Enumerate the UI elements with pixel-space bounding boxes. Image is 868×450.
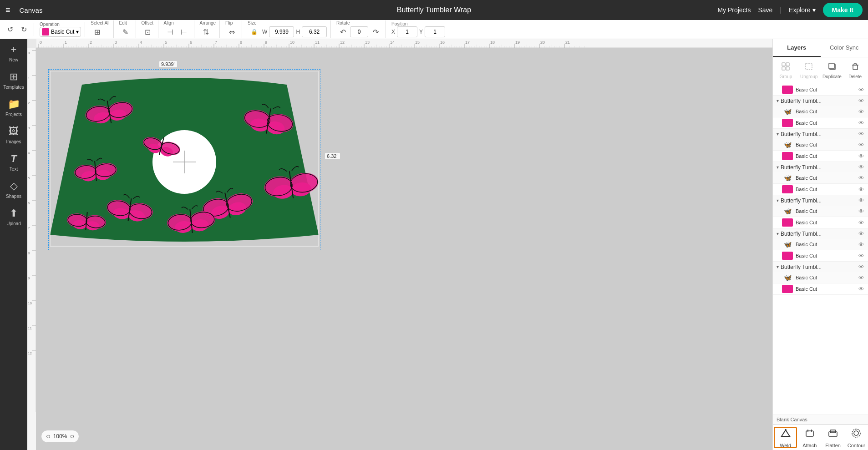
layer-group-header[interactable]: ▾ Butterfly Tumbl... 👁 bbox=[773, 228, 868, 239]
layer-group-header[interactable]: ▾ Butterfly Tumbl... 👁 bbox=[773, 96, 868, 106]
offset-button[interactable]: ⊡ bbox=[142, 25, 154, 38]
tumbler-wrap-svg[interactable] bbox=[50, 71, 319, 248]
layer-thumb-butterfly: 🦋 bbox=[782, 141, 793, 149]
layer-item[interactable]: Basic Cut 👁 bbox=[773, 151, 868, 162]
flip-button[interactable]: ⇔ bbox=[225, 25, 238, 38]
collapse-icon: ▾ bbox=[777, 165, 779, 170]
group-visibility-icon[interactable]: 👁 bbox=[858, 197, 864, 204]
sidebar-item-templates[interactable]: ⊞ Templates bbox=[0, 66, 27, 94]
duplicate-button[interactable]: Duplicate bbox=[821, 60, 843, 81]
operation-select[interactable]: Basic Cut ▾ bbox=[40, 27, 81, 37]
layer-item[interactable]: Basic Cut 👁 bbox=[773, 217, 868, 228]
layer-item[interactable]: 🦋 Basic Cut 👁 bbox=[773, 106, 868, 117]
group-visibility-icon[interactable]: 👁 bbox=[858, 97, 864, 104]
layer-visibility-icon[interactable]: 👁 bbox=[858, 274, 864, 281]
layer-item[interactable]: 🦋 Basic Cut 👁 bbox=[773, 272, 868, 283]
lock-aspect-button[interactable]: 🔒 bbox=[248, 25, 260, 38]
sidebar-item-images[interactable]: 🖼 Images bbox=[0, 121, 27, 148]
rotate-input[interactable] bbox=[350, 26, 368, 37]
arrange-label: Arrange bbox=[200, 20, 216, 25]
width-input[interactable] bbox=[269, 26, 294, 37]
layer-item[interactable]: Basic Cut 👁 bbox=[773, 117, 868, 129]
sidebar-item-shapes[interactable]: ◇ Shapes bbox=[0, 176, 27, 203]
layer-visibility-icon[interactable]: 👁 bbox=[858, 253, 864, 259]
height-input[interactable] bbox=[302, 26, 327, 37]
svg-text:4: 4 bbox=[140, 40, 142, 45]
zoom-increase-button[interactable]: ○ bbox=[70, 432, 74, 440]
undo-button[interactable]: ↺ bbox=[4, 23, 16, 36]
group-visibility-icon[interactable]: 👁 bbox=[858, 230, 864, 237]
group-visibility-icon[interactable]: 👁 bbox=[858, 131, 864, 137]
layer-visibility-icon[interactable]: 👁 bbox=[858, 286, 864, 293]
tab-color-sync[interactable]: Color Sync bbox=[821, 39, 868, 57]
rotate-left-button[interactable]: ↶ bbox=[336, 25, 349, 38]
rotate-group: Rotate ↶ ↷ bbox=[336, 20, 386, 38]
edit-button[interactable]: ✎ bbox=[119, 25, 132, 38]
redo-button[interactable]: ↻ bbox=[17, 23, 30, 36]
layer-item[interactable]: 🦋 Basic Cut 👁 bbox=[773, 206, 868, 217]
sidebar-item-shapes-label: Shapes bbox=[6, 194, 21, 199]
align-center-button[interactable]: ⊢ bbox=[178, 25, 190, 38]
weld-button[interactable]: Weld bbox=[774, 427, 797, 448]
align-left-button[interactable]: ⊣ bbox=[164, 25, 177, 38]
layer-thumb-pink bbox=[782, 218, 793, 227]
layer-item[interactable]: Basic Cut 👁 bbox=[773, 184, 868, 195]
group-visibility-icon[interactable]: 👁 bbox=[858, 164, 864, 171]
layer-visibility-icon[interactable]: 👁 bbox=[858, 142, 864, 148]
layer-visibility-icon[interactable]: 👁 bbox=[858, 120, 864, 126]
layer-item[interactable]: Basic Cut 👁 bbox=[773, 250, 868, 262]
svg-text:7: 7 bbox=[28, 226, 30, 230]
flatten-button[interactable]: Flatten bbox=[822, 427, 844, 448]
sidebar-item-projects[interactable]: 📁 Projects bbox=[0, 94, 27, 121]
layer-visibility-icon[interactable]: 👁 bbox=[858, 108, 864, 115]
explore-button[interactable]: Explore ▾ bbox=[789, 6, 815, 14]
zoom-decrease-button[interactable]: ○ bbox=[46, 432, 51, 440]
layer-visibility-icon[interactable]: 👁 bbox=[858, 219, 864, 226]
svg-text:12: 12 bbox=[340, 40, 345, 45]
rotate-right-button[interactable]: ↷ bbox=[369, 25, 382, 38]
layer-visibility-icon[interactable]: 👁 bbox=[858, 241, 864, 248]
canvas-area[interactable]: // ruler marks drawn via SVG in JS below… bbox=[27, 39, 772, 450]
menu-icon[interactable]: ≡ bbox=[5, 5, 10, 15]
layer-item[interactable]: Basic Cut 👁 bbox=[773, 283, 868, 295]
sidebar-item-new[interactable]: + New bbox=[0, 39, 27, 66]
layer-item[interactable]: 🦋 Basic Cut 👁 bbox=[773, 139, 868, 151]
make-it-button[interactable]: Make It bbox=[823, 3, 863, 17]
design-area[interactable]: 9.939" 6.32" bbox=[50, 71, 319, 248]
right-panel-tabs: Layers Color Sync bbox=[773, 39, 868, 57]
layer-item[interactable]: Basic Cut 👁 bbox=[773, 84, 868, 96]
new-icon: + bbox=[11, 44, 17, 56]
layer-visibility-icon[interactable]: 👁 bbox=[858, 186, 864, 193]
attach-button[interactable]: Attach bbox=[799, 427, 820, 448]
save-link[interactable]: Save bbox=[758, 6, 773, 14]
layer-visibility-icon[interactable]: 👁 bbox=[858, 175, 864, 182]
layer-item[interactable]: 🦋 Basic Cut 👁 bbox=[773, 239, 868, 250]
group-visibility-icon[interactable]: 👁 bbox=[858, 263, 864, 270]
layer-group-header[interactable]: ▾ Butterfly Tumbl... 👁 bbox=[773, 262, 868, 272]
group-name: Butterfly Tumbl... bbox=[781, 131, 822, 137]
operation-dropdown[interactable]: Basic Cut ▾ bbox=[40, 27, 81, 37]
select-all-button[interactable]: ⊞ bbox=[91, 25, 103, 38]
layer-thumb-pink bbox=[782, 152, 793, 160]
sidebar-item-text[interactable]: T Text bbox=[0, 148, 27, 176]
pos-y-input[interactable] bbox=[425, 26, 445, 37]
group-button[interactable]: Group bbox=[775, 60, 797, 81]
undo-redo-group: ↺ ↻ bbox=[4, 23, 34, 36]
arrange-button[interactable]: ⇅ bbox=[200, 25, 213, 38]
contour-icon bbox=[850, 427, 862, 442]
layer-visibility-icon[interactable]: 👁 bbox=[858, 86, 864, 93]
layer-visibility-icon[interactable]: 👁 bbox=[858, 208, 864, 215]
my-projects-link[interactable]: My Projects bbox=[717, 6, 751, 14]
layer-item[interactable]: 🦋 Basic Cut 👁 bbox=[773, 172, 868, 184]
delete-button[interactable]: Delete bbox=[844, 60, 866, 81]
tab-layers[interactable]: Layers bbox=[773, 39, 821, 57]
pos-x-input[interactable] bbox=[397, 26, 417, 37]
layer-visibility-icon[interactable]: 👁 bbox=[858, 153, 864, 160]
layer-group-header[interactable]: ▾ Butterfly Tumbl... 👁 bbox=[773, 195, 868, 206]
layer-group-header[interactable]: ▾ Butterfly Tumbl... 👁 bbox=[773, 129, 868, 139]
contour-button[interactable]: Contour bbox=[846, 427, 867, 448]
canvas-work[interactable]: 9.939" 6.32" bbox=[36, 48, 772, 450]
sidebar-item-upload[interactable]: ⬆ Upload bbox=[0, 203, 27, 230]
layer-group-header[interactable]: ▾ Butterfly Tumbl... 👁 bbox=[773, 162, 868, 172]
ungroup-button[interactable]: Ungroup bbox=[798, 60, 820, 81]
